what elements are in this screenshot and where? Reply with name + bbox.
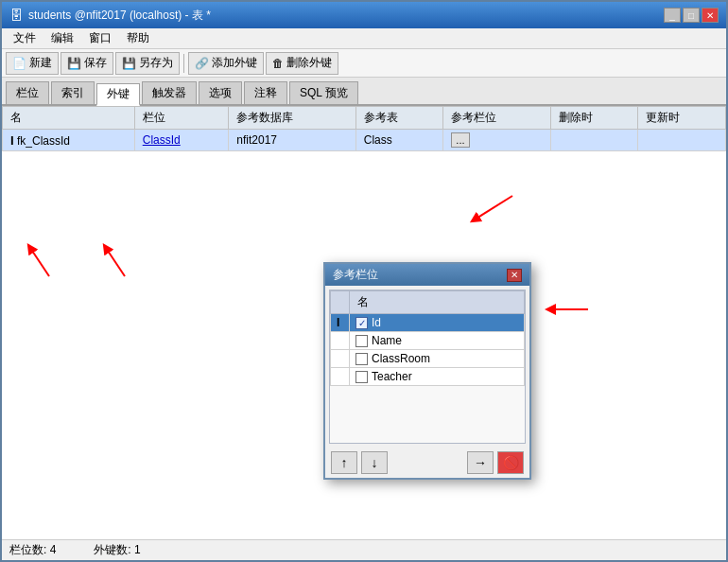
- dialog-close-button[interactable]: ✕: [507, 269, 522, 282]
- cancel-button[interactable]: 🚫: [497, 451, 524, 474]
- minimize-button[interactable]: _: [664, 8, 681, 23]
- new-icon: 📄: [12, 57, 26, 70]
- fk-refcol[interactable]: ...: [443, 130, 551, 151]
- confirm-button[interactable]: →: [467, 451, 494, 474]
- titlebar-controls: _ □ ✕: [664, 8, 719, 23]
- fk-name: fk_ClassId: [17, 134, 70, 148]
- table-row[interactable]: I fk_ClassId ClassId nfit2017 Class ...: [3, 130, 726, 151]
- add-fk-button[interactable]: 🔗 添加外键: [188, 52, 264, 75]
- dialog-teacher-cell: Teacher: [350, 368, 525, 386]
- col-field-header: 栏位: [134, 107, 229, 130]
- classroom-label: ClassRoom: [372, 352, 430, 365]
- close-button[interactable]: ✕: [702, 8, 719, 23]
- dialog-footer: ↑ ↓ → 🚫: [325, 448, 529, 478]
- teacher-label: Teacher: [372, 370, 412, 383]
- fk-count: 外键数: 1: [94, 542, 140, 558]
- dialog-id-cell: Id: [350, 314, 525, 332]
- tab-fields[interactable]: 栏位: [6, 81, 49, 104]
- dialog-col-check: [331, 291, 350, 314]
- id-checkbox[interactable]: [355, 317, 368, 329]
- toolbar: 📄 新建 💾 保存 💾 另存为 🔗 添加外键 🗑 删除外键: [2, 49, 726, 78]
- window-title: students @nfit2017 (localhost) - 表 *: [28, 8, 211, 24]
- col-count: 栏位数: 4: [9, 542, 56, 558]
- svg-line-1: [106, 248, 125, 276]
- svg-line-0: [30, 248, 49, 276]
- dialog-title: 参考栏位: [333, 267, 378, 283]
- dialog-cursor-id: I: [331, 314, 350, 332]
- teacher-checkbox[interactable]: [355, 371, 368, 383]
- dialog-footer-right: → 🚫: [467, 451, 524, 474]
- dialog-row-classroom[interactable]: ClassRoom: [331, 350, 525, 368]
- dialog-col-name: 名: [350, 291, 525, 314]
- fk-field: ClassId: [134, 130, 229, 151]
- refcol-dots-button[interactable]: ...: [451, 132, 469, 148]
- fk-deltime: [550, 130, 638, 151]
- fk-refdb: nfit2017: [229, 130, 355, 151]
- col-refdb-header: 参考数据库: [229, 107, 355, 130]
- content-area: 名 栏位 参考数据库 参考表 参考栏位 删除时 更新时 I fk_ClassId: [2, 106, 726, 539]
- fk-reftable: Class: [355, 130, 443, 151]
- dialog-titlebar: 参考栏位 ✕: [325, 264, 529, 286]
- name-label: Name: [372, 334, 402, 347]
- menu-file[interactable]: 文件: [6, 28, 43, 48]
- move-down-button[interactable]: ↓: [361, 451, 388, 474]
- col-refcol-header: 参考栏位: [443, 107, 551, 130]
- tab-index[interactable]: 索引: [51, 81, 95, 104]
- toolbar-separator: [183, 54, 184, 73]
- new-button[interactable]: 📄 新建: [6, 52, 59, 75]
- row-cursor: I fk_ClassId: [3, 130, 135, 151]
- id-label: Id: [372, 316, 381, 329]
- delete-fk-button[interactable]: 🗑 删除外键: [266, 52, 338, 75]
- titlebar: 🗄 students @nfit2017 (localhost) - 表 * _…: [2, 2, 726, 28]
- dialog-classroom-cell: ClassRoom: [350, 350, 525, 368]
- save-button[interactable]: 💾 保存: [61, 52, 113, 75]
- tab-comment[interactable]: 注释: [244, 81, 287, 104]
- menu-edit[interactable]: 编辑: [43, 28, 81, 48]
- move-up-button[interactable]: ↑: [331, 451, 357, 474]
- saveas-icon: 💾: [122, 57, 136, 70]
- dialog-footer-left: ↑ ↓: [331, 451, 388, 474]
- dialog-table: 名 I Id: [330, 290, 525, 386]
- tab-trigger[interactable]: 触发器: [142, 81, 197, 104]
- fk-updtime: [638, 130, 726, 151]
- tab-fk[interactable]: 外键: [96, 83, 140, 106]
- col-updtime-header: 更新时: [638, 107, 726, 130]
- tab-sql[interactable]: SQL 预览: [289, 81, 358, 104]
- menu-window[interactable]: 窗口: [81, 28, 119, 48]
- statusbar: 栏位数: 4 外键数: 1: [2, 539, 726, 560]
- delete-fk-icon: 🗑: [272, 57, 284, 70]
- col-name-header: 名: [3, 107, 135, 130]
- col-reftable-header: 参考表: [355, 107, 443, 130]
- classroom-checkbox[interactable]: [355, 353, 368, 365]
- svg-line-2: [475, 196, 512, 220]
- refcol-dialog: 参考栏位 ✕ 名 I: [323, 262, 531, 480]
- saveas-button[interactable]: 💾 另存为: [115, 52, 180, 75]
- dialog-row-name[interactable]: Name: [331, 332, 525, 350]
- fk-table: 名 栏位 参考数据库 参考表 参考栏位 删除时 更新时 I fk_ClassId: [2, 106, 726, 151]
- menu-help[interactable]: 帮助: [119, 28, 157, 48]
- dialog-row-teacher[interactable]: Teacher: [331, 368, 525, 386]
- tabs: 栏位 索引 外键 触发器 选项 注释 SQL 预览: [2, 78, 726, 106]
- main-window: 🗄 students @nfit2017 (localhost) - 表 * _…: [0, 0, 728, 562]
- tab-options[interactable]: 选项: [199, 81, 242, 104]
- add-fk-icon: 🔗: [195, 57, 209, 70]
- col-deltime-header: 删除时: [550, 107, 638, 130]
- save-icon: 💾: [67, 57, 81, 70]
- dialog-name-cell: Name: [350, 332, 525, 350]
- name-checkbox[interactable]: [355, 335, 368, 347]
- maximize-button[interactable]: □: [683, 8, 700, 23]
- dialog-row-id[interactable]: I Id: [331, 314, 525, 332]
- menubar: 文件 编辑 窗口 帮助: [2, 28, 726, 49]
